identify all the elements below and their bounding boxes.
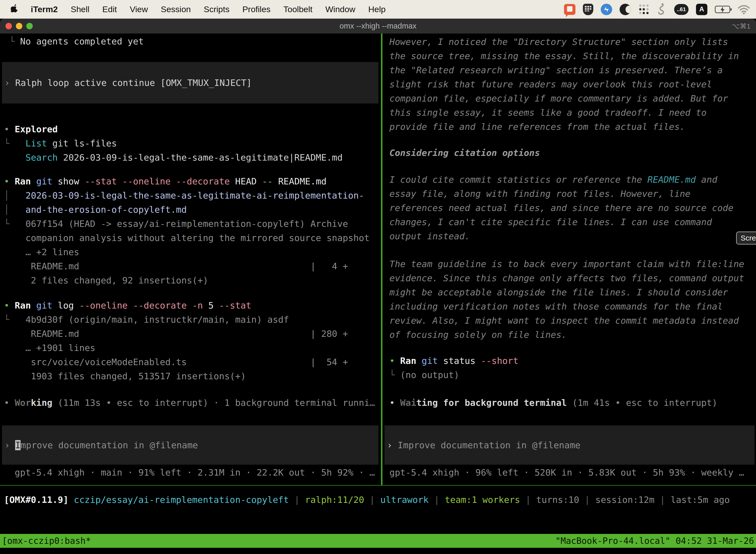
- dragon-icon[interactable]: [657, 3, 667, 16]
- menu-bar: iTerm2 Shell Edit View Session Scripts P…: [0, 0, 756, 19]
- screen-indicator-chip[interactable]: Scre: [736, 232, 756, 244]
- wifi-icon[interactable]: [738, 4, 750, 14]
- minimize-button[interactable]: [16, 23, 22, 29]
- tmux-host-clock: "MacBook-Pro-44.local" 04:52 31-Mar-26: [555, 536, 754, 546]
- blue-badge-icon[interactable]: [601, 4, 612, 15]
- apple-menu-icon[interactable]: [10, 4, 19, 14]
- session-stats-right: gpt-5.4 xhigh · 96% left · 520K in · 5.8…: [389, 465, 744, 480]
- crescent-pie-icon[interactable]: [620, 4, 631, 15]
- menu-item-help[interactable]: Help: [368, 4, 386, 14]
- window-title-bar[interactable]: omx --xhigh --madmax ⌥⌘1: [0, 19, 756, 34]
- pane-divider[interactable]: [381, 34, 382, 485]
- close-button[interactable]: [5, 23, 12, 29]
- menu-item-iterm2[interactable]: iTerm2: [31, 4, 58, 14]
- tmux-session-label[interactable]: [omx-cczip0:bash*: [2, 536, 91, 546]
- menu-items: iTerm2 Shell Edit View Session Scripts P…: [31, 4, 386, 14]
- window-shortcut-hint: ⌥⌘1: [732, 19, 751, 34]
- right-pane[interactable]: However, I noticed the "Directory Struct…: [383, 34, 756, 485]
- left-pane[interactable]: └ No agents completed yet › Ralph loop a…: [0, 34, 381, 485]
- agents-note: └ No agents completed yet: [4, 34, 144, 48]
- working-status-line: • Working (11m 13s • esc to interrupt) ·…: [4, 396, 375, 410]
- prompt-input-left[interactable]: › Improve documentation in @filename: [2, 426, 378, 465]
- a-key-icon[interactable]: A: [696, 4, 707, 15]
- prompt-text-left: › Improve documentation in @filename: [4, 438, 198, 452]
- dots-grid-icon[interactable]: [638, 4, 649, 15]
- window-title: omx --xhigh --madmax: [0, 21, 756, 31]
- menu-item-profiles[interactable]: Profiles: [242, 4, 270, 14]
- reasoning-paragraph-1: However, I noticed the "Directory Struct…: [389, 35, 739, 134]
- ralph-loop-box[interactable]: › Ralph loop active continue [OMX_TMUX_I…: [2, 62, 378, 104]
- shield-grid-icon[interactable]: [583, 4, 593, 15]
- menu-item-session[interactable]: Session: [161, 4, 191, 14]
- menu-item-toolbelt[interactable]: Toolbelt: [284, 4, 313, 14]
- traffic-lights: [5, 19, 33, 34]
- menu-item-window[interactable]: Window: [325, 4, 356, 14]
- waiting-status-line: • Waiting for background terminal (1m 41…: [389, 396, 717, 410]
- tmux-status-bar: [omx-cczip0:bash* "MacBook-Pro-44.local"…: [0, 534, 756, 548]
- reasoning-heading: Considering citation options: [389, 146, 540, 160]
- iterm-window: omx --xhigh --madmax ⌥⌘1 └ No agents com…: [0, 19, 756, 554]
- horizontal-pane-border: [0, 485, 756, 486]
- menu-item-shell[interactable]: Shell: [71, 4, 89, 14]
- chat-app-icon[interactable]: [564, 4, 575, 15]
- omx-status-bar: [OMX#0.11.9] cczip/essay/ai-reimplementa…: [4, 493, 730, 507]
- ran-git-show-block: • Ran git show --stat --oneline --decora…: [4, 174, 370, 287]
- session-stats-left: gpt-5.4 xhigh · main · 91% left · 2.31M …: [4, 465, 375, 480]
- ralph-loop-text: › Ralph loop active continue [OMX_TMUX_I…: [4, 76, 252, 90]
- menu-item-view[interactable]: View: [130, 4, 148, 14]
- reasoning-paragraph-3: The team guideline is to back every impo…: [389, 257, 744, 342]
- explored-section: • Explored└ List git ls-files Search 202…: [4, 122, 342, 165]
- battery-icon[interactable]: [715, 6, 730, 13]
- count-badge-icon[interactable]: ..61: [674, 4, 689, 15]
- zoom-button[interactable]: [26, 23, 33, 29]
- ran-git-log-block: • Ran git log --oneline --decorate -n 5 …: [4, 298, 348, 383]
- ran-git-status-block: • Ran git status --short└ (no output): [389, 354, 518, 382]
- reasoning-paragraph-2: I could cite commit statistics or refere…: [389, 172, 734, 243]
- prompt-text-right: › Improve documentation in @filename: [387, 438, 580, 452]
- terminal-content: └ No agents completed yet › Ralph loop a…: [0, 34, 756, 554]
- menu-item-edit[interactable]: Edit: [103, 4, 117, 14]
- menu-status-icons: ..61 A: [564, 3, 750, 16]
- menu-item-scripts[interactable]: Scripts: [204, 4, 230, 14]
- prompt-input-right[interactable]: › Improve documentation in @filename: [384, 426, 755, 465]
